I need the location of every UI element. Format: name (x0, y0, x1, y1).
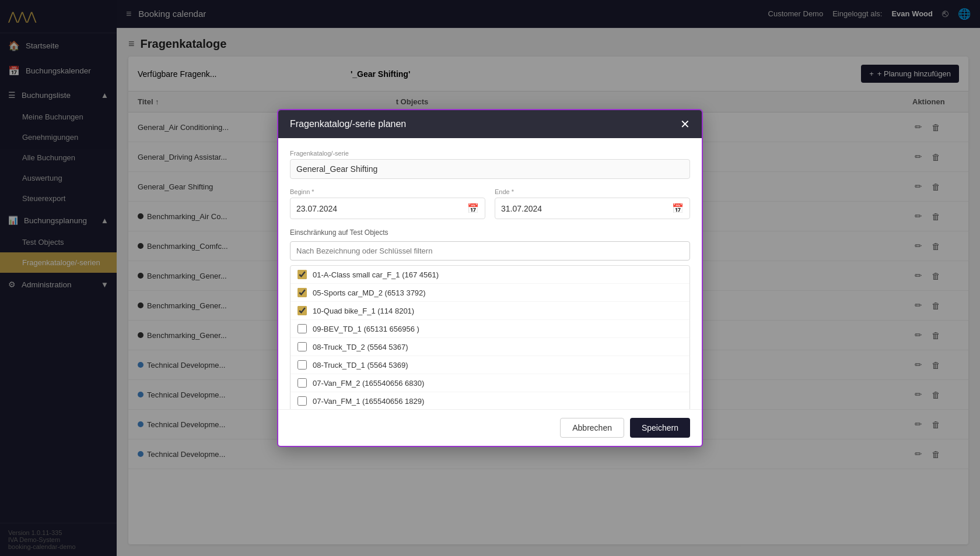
beginn-date-field: 📅 (290, 198, 485, 219)
modal-close-button[interactable]: ✕ (680, 118, 690, 130)
checkbox-obj3[interactable] (298, 306, 307, 315)
ende-calendar-icon[interactable]: 📅 (672, 203, 684, 214)
checkbox-item: 05-Sports car_MD_2 (6513 3792) (290, 284, 690, 302)
modal: Fragenkatalog/-serie planen ✕ Fragenkata… (277, 109, 703, 447)
checkbox-obj5[interactable] (298, 342, 307, 351)
checkbox-label: 07-Van_FM_2 (165540656 6830) (313, 379, 424, 388)
fragenkatalogserie-label: Fragenkatalog/-serie (290, 150, 690, 157)
date-row: Beginn * 📅 Ende * 📅 (290, 188, 690, 219)
checkbox-label: 10-Quad bike_F_1 (114 8201) (313, 307, 414, 315)
checkbox-item: 07-Van_FM_2 (165540656 6830) (290, 374, 690, 392)
checkbox-list: 01-A-Class small car_F_1 (167 4561) 05-S… (290, 265, 690, 409)
save-button[interactable]: Speichern (630, 418, 690, 438)
checkbox-label: 07-Van_FM_1 (165540656 1829) (313, 397, 424, 406)
checkbox-label: 09-BEV_TD_1 (65131 656956 ) (313, 325, 419, 333)
modal-header: Fragenkatalog/-serie planen ✕ (278, 110, 702, 138)
checkbox-obj4[interactable] (298, 324, 307, 333)
ende-date-field: 📅 (495, 198, 690, 219)
checkbox-item: 08-Truck_TD_1 (5564 5369) (290, 356, 690, 374)
checkbox-obj2[interactable] (298, 288, 307, 297)
ende-label: Ende * (495, 188, 690, 195)
checkbox-obj7[interactable] (298, 378, 307, 388)
beginn-input[interactable] (296, 204, 467, 213)
checkbox-obj1[interactable] (298, 270, 307, 279)
modal-overlay[interactable]: Fragenkatalog/-serie planen ✕ Fragenkata… (0, 0, 980, 556)
modal-body: Fragenkatalog/-serie General_Gear Shifti… (278, 138, 702, 409)
beginn-label: Beginn * (290, 188, 485, 195)
checkbox-item: 01-A-Class small car_F_1 (167 4561) (290, 266, 690, 284)
fragenkatalogserie-value: General_Gear Shifting (290, 159, 690, 179)
checkbox-item: 10-Quad bike_F_1 (114 8201) (290, 302, 690, 320)
checkbox-item: 07-Van_FM_1 (165540656 1829) (290, 392, 690, 409)
checkbox-label: 08-Truck_TD_2 (5564 5367) (313, 343, 408, 351)
filter-section-label: Einschränkung auf Test Objects (290, 228, 690, 237)
cancel-button[interactable]: Abbrechen (560, 418, 624, 438)
checkbox-label: 05-Sports car_MD_2 (6513 3792) (313, 288, 426, 297)
modal-footer: Abbrechen Speichern (278, 409, 702, 446)
filter-input[interactable] (290, 241, 690, 261)
ende-field-group: Ende * 📅 (495, 188, 690, 219)
checkbox-label: 01-A-Class small car_F_1 (167 4561) (313, 270, 439, 279)
modal-title: Fragenkatalog/-serie planen (290, 119, 406, 129)
checkbox-item: 09-BEV_TD_1 (65131 656956 ) (290, 320, 690, 338)
checkbox-obj6[interactable] (298, 360, 307, 370)
ende-input[interactable] (501, 204, 672, 213)
checkbox-obj8[interactable] (298, 396, 307, 406)
beginn-field-group: Beginn * 📅 (290, 188, 485, 219)
checkbox-label: 08-Truck_TD_1 (5564 5369) (313, 361, 408, 370)
checkbox-item: 08-Truck_TD_2 (5564 5367) (290, 338, 690, 356)
beginn-calendar-icon[interactable]: 📅 (467, 203, 479, 214)
